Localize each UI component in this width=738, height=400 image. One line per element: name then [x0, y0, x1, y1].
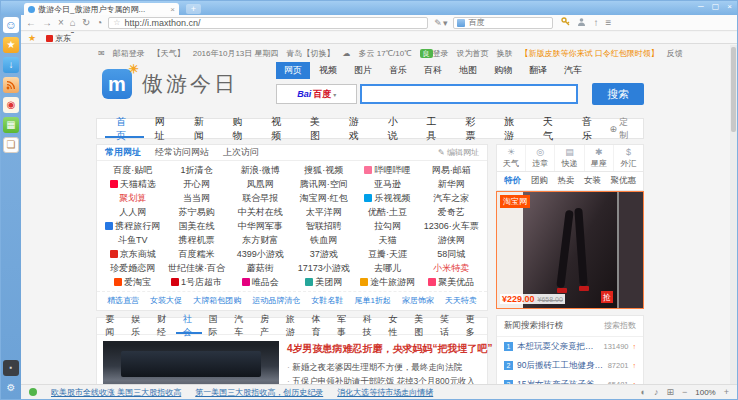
- shopping-app-icon[interactable]: ▦: [3, 117, 19, 133]
- scrollbar-thumb[interactable]: [731, 47, 736, 132]
- customize-button[interactable]: ⊕ 定制: [610, 116, 635, 142]
- sites-tab[interactable]: 上次访问: [223, 146, 259, 159]
- ranking-item-link[interactable]: 3 15岁女孩产子孩子爸爸13岁 65481 ↑: [497, 375, 643, 384]
- site-link[interactable]: 聚划算: [101, 191, 165, 205]
- site-link[interactable]: 百度糯米: [165, 247, 229, 261]
- tray-icon[interactable]: ▪: [3, 360, 19, 376]
- new-tab-button[interactable]: +: [186, 4, 201, 14]
- shopping-category-link[interactable]: 运动品牌清仓: [252, 295, 300, 306]
- ranking-item-link[interactable]: 1 本想玩耍父亲竟把娃坐死 131490 ↑: [497, 337, 643, 356]
- site-link[interactable]: 开心网: [165, 177, 229, 191]
- site-link[interactable]: 小米特卖: [419, 261, 483, 275]
- shopping-category-link[interactable]: 尾单1折起: [354, 295, 390, 306]
- nav-tab[interactable]: 网址: [144, 119, 183, 138]
- site-link[interactable]: 12306·火车票: [419, 219, 483, 233]
- sites-tab[interactable]: 经常访问网站: [155, 146, 209, 159]
- ticker-link[interactable]: 消化大选等待市场走向情绪: [337, 387, 433, 398]
- news-photo[interactable]: [103, 341, 279, 384]
- site-link[interactable]: 爱奇艺: [419, 205, 483, 219]
- site-link[interactable]: 37游戏: [292, 247, 356, 261]
- forward-button[interactable]: →: [42, 18, 52, 28]
- site-link[interactable]: 携程旅行网: [101, 219, 165, 233]
- news-tab[interactable]: 更多: [459, 318, 485, 334]
- close-button[interactable]: ×: [727, 2, 732, 11]
- site-link[interactable]: 1号店超市: [165, 275, 229, 289]
- weibo-icon[interactable]: ◉: [3, 97, 19, 113]
- site-link[interactable]: 人人网: [101, 205, 165, 219]
- news-tab[interactable]: 财经: [150, 318, 176, 334]
- stop-button[interactable]: ×: [58, 18, 64, 28]
- news-tab[interactable]: 社会: [176, 318, 202, 334]
- city-switch-link[interactable]: 青岛【切换】: [287, 48, 335, 59]
- news-headline-link[interactable]: 4岁男孩患病难忍折磨，央求妈妈“把我埋了吧”: [287, 342, 481, 356]
- browser-tab[interactable]: 傲游今日_傲游用户专属的网... ×: [24, 3, 179, 15]
- history-button[interactable]: ◔: [96, 18, 102, 28]
- taobao-ad-banner[interactable]: 淘宝网 ¥229.00 ¥658.00 抢: [496, 191, 644, 309]
- site-link[interactable]: 淘宝网·红包: [292, 191, 356, 205]
- nav-tab[interactable]: 新闻: [183, 119, 222, 138]
- search-category-tab[interactable]: 网页: [276, 62, 310, 79]
- quick-search-input[interactable]: [468, 18, 538, 27]
- site-link[interactable]: 去哪儿: [356, 261, 420, 275]
- nav-tab[interactable]: 彩票: [454, 119, 493, 138]
- nav-tab[interactable]: 购物: [221, 119, 260, 138]
- fullscreen-icon[interactable]: ⊞: [666, 387, 674, 397]
- address-bar[interactable]: ☆ http://i.maxthon.cn/: [108, 17, 428, 29]
- news-tab[interactable]: 旅游: [279, 318, 305, 334]
- share-upload-icon[interactable]: ↑: [593, 18, 598, 28]
- shop-tab[interactable]: 团购: [531, 175, 548, 187]
- nav-tab[interactable]: 视频: [260, 119, 299, 138]
- shopping-category-link[interactable]: 女鞋名鞋: [311, 295, 343, 306]
- site-link[interactable]: 太平洋网: [292, 205, 356, 219]
- home-button[interactable]: ⌂: [70, 18, 76, 28]
- site-link[interactable]: 网易·邮箱: [419, 163, 483, 177]
- site-link[interactable]: 58同城: [419, 247, 483, 261]
- search-button[interactable]: 搜索: [592, 83, 644, 105]
- site-link[interactable]: 拉勾网: [356, 219, 420, 233]
- site-link[interactable]: 新华网: [419, 177, 483, 191]
- site-link[interactable]: 当当网: [165, 191, 229, 205]
- site-link[interactable]: 优酷·土豆: [356, 205, 420, 219]
- nav-tab[interactable]: 美图: [299, 119, 338, 138]
- skin-promo-link[interactable]: 【新版皮肤等你来试 口令红包限时领】: [521, 48, 659, 59]
- news-tab[interactable]: 娱乐: [125, 318, 151, 334]
- site-link[interactable]: 携程机票: [165, 233, 229, 247]
- site-link[interactable]: 新浪·微博: [228, 163, 292, 177]
- news-tab[interactable]: 国际: [202, 318, 228, 334]
- site-link[interactable]: 苏宁易购: [165, 205, 229, 219]
- site-link[interactable]: 凤凰网: [228, 177, 292, 191]
- search-category-tab[interactable]: 翻译: [521, 62, 555, 79]
- tool-shortcut[interactable]: ▤ 快递: [555, 145, 584, 171]
- news-item-link[interactable]: 五保户申领补助请干部吃饭 花掉3个月800元收入: [287, 374, 481, 384]
- site-link[interactable]: 亚马逊: [356, 177, 420, 191]
- site-link[interactable]: 中关村在线: [228, 205, 292, 219]
- search-category-tab[interactable]: 百科: [416, 62, 450, 79]
- bookmark-star-icon[interactable]: ☆: [113, 18, 120, 27]
- nav-tab[interactable]: 旅游: [493, 119, 532, 138]
- site-link[interactable]: 4399小游戏: [228, 247, 292, 261]
- search-input[interactable]: [360, 84, 578, 104]
- note-icon[interactable]: ❏: [3, 137, 19, 153]
- nav-tab[interactable]: 天气: [532, 119, 571, 138]
- sites-tab[interactable]: 常用网址: [105, 146, 141, 159]
- shopping-category-link[interactable]: 大牌箱包团购: [193, 295, 241, 306]
- set-homepage-link[interactable]: 设为首页: [457, 48, 489, 59]
- shop-tab[interactable]: 聚优惠: [611, 175, 637, 187]
- zoom-in-button[interactable]: +: [724, 387, 729, 397]
- site-link[interactable]: 唯品会: [228, 275, 292, 289]
- nav-tab[interactable]: 工具: [416, 119, 455, 138]
- minimize-button[interactable]: ─: [698, 2, 704, 11]
- nav-tab[interactable]: 首页: [105, 119, 144, 138]
- site-link[interactable]: 联合早报: [228, 191, 292, 205]
- site-link[interactable]: 搜狐·视频: [292, 163, 356, 177]
- site-link[interactable]: 豆瓣·天涯: [356, 247, 420, 261]
- search-category-tab[interactable]: 视频: [311, 62, 345, 79]
- site-link[interactable]: 斗鱼TV: [101, 233, 165, 247]
- news-tab[interactable]: 汽车: [228, 318, 254, 334]
- edit-sites-link[interactable]: ✎ 编辑网址: [438, 147, 479, 158]
- passport-key-icon[interactable]: [561, 17, 570, 28]
- nav-tab[interactable]: 小说: [377, 119, 416, 138]
- search-category-tab[interactable]: 音乐: [381, 62, 415, 79]
- site-link[interactable]: 京东商城: [101, 247, 165, 261]
- maxthon-avatar-icon[interactable]: ☺: [3, 17, 19, 33]
